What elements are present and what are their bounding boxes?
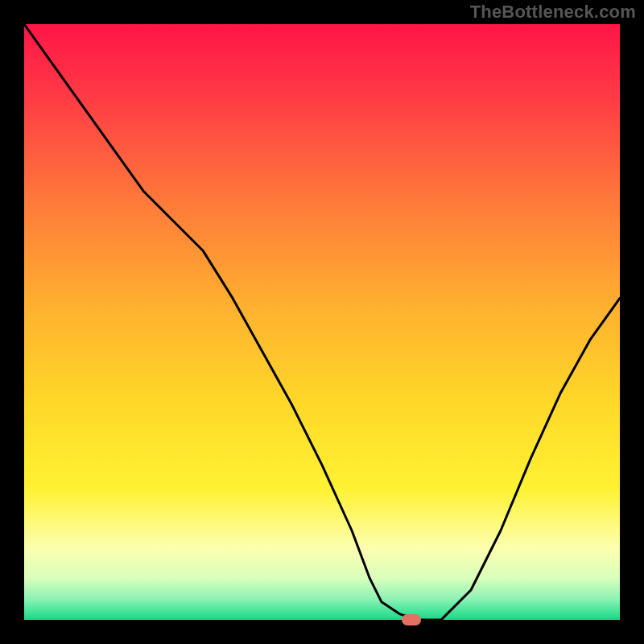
minimum-marker	[402, 614, 421, 625]
gradient-background	[24, 24, 620, 620]
watermark-text: TheBottleneck.com	[470, 2, 636, 23]
plot-svg	[24, 24, 620, 620]
chart-container: TheBottleneck.com	[0, 0, 644, 644]
plot-area	[24, 24, 620, 620]
